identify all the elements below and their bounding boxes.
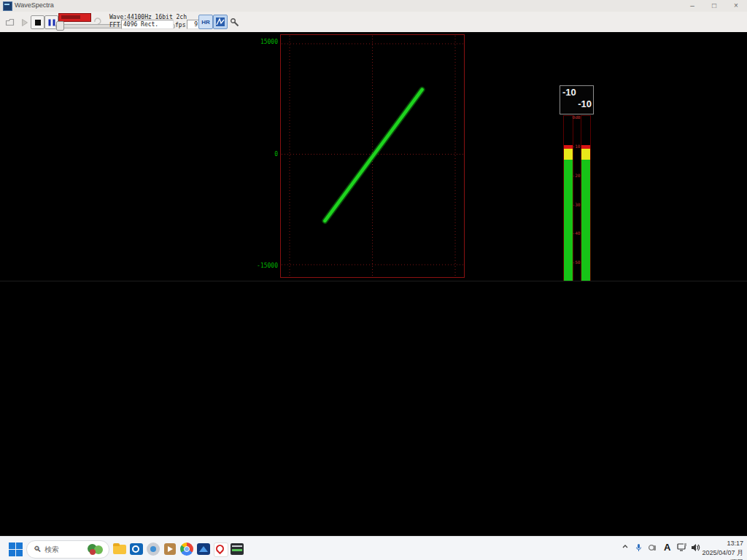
spectrum-display-toggle-button[interactable] — [213, 15, 228, 29]
start-button[interactable] — [7, 541, 23, 557]
scope-tick-15000: 15000 — [249, 39, 278, 45]
stop-button[interactable] — [31, 15, 44, 29]
meter-bar-right — [581, 115, 591, 292]
search-placeholder: 検索 — [44, 545, 59, 555]
taskbar-outlook-icon[interactable] — [128, 540, 145, 558]
taskbar-folder-icon[interactable] — [111, 540, 128, 558]
taskbar-wavespectra-icon[interactable] — [228, 540, 246, 558]
meter-tick-label: -40 — [572, 230, 581, 236]
windows-logo-icon — [9, 542, 15, 549]
fft-settings-field[interactable]: 4096 Rect. — [121, 20, 174, 29]
spectrum-icon — [215, 17, 225, 27]
search-highlight-image[interactable] — [86, 542, 107, 556]
search-box[interactable]: 🔍︎ 検索 — [26, 540, 109, 559]
peak-right-value: -10 — [578, 98, 592, 109]
maximize-button[interactable]: □ — [703, 0, 725, 12]
meter-tick-label: -10 — [572, 144, 581, 149]
meter-tick-label: 0dB — [572, 114, 581, 120]
wrench-icon — [230, 18, 240, 28]
level-meter: -10 -10 0dB-10-20-30-40-50 L R — [560, 85, 593, 304]
taskbar-photos-icon[interactable] — [195, 540, 212, 558]
toolbar: Wave:44100Hz 16bit 2ch FFT: 4096 Rect. f… — [0, 12, 747, 33]
open-file-button[interactable] — [3, 15, 17, 29]
hr-display-toggle-button[interactable]: HR — [198, 15, 213, 29]
desktop: WaveSpectra – □ × — [0, 0, 747, 560]
settings-button[interactable] — [228, 15, 241, 29]
play-button[interactable] — [18, 15, 31, 29]
spectrum-pane: 0dB-20-40-60-80-100-120201001k10k Max 99… — [0, 281, 747, 536]
taskbar-chrome-icon[interactable] — [178, 540, 196, 558]
meter-tick-label: -30 — [572, 202, 581, 207]
minimize-button[interactable]: – — [681, 0, 703, 12]
svg-text:HR: HR — [201, 19, 210, 26]
seek-slider-thumb[interactable] — [56, 21, 64, 31]
tray-time: 13:17 — [697, 539, 743, 548]
title-bar: WaveSpectra – □ × — [0, 0, 747, 12]
meter-tick-label: -20 — [572, 173, 581, 178]
close-button[interactable]: × — [725, 0, 747, 12]
scope-tick-0: 0 — [249, 151, 278, 158]
app-icon — [3, 1, 12, 11]
open-file-icon — [5, 18, 15, 27]
search-icon: 🔍︎ — [34, 545, 42, 553]
scope-pane: 15000 0 -15000 -10 -10 0dB-10-20-30-40-5… — [0, 32, 747, 281]
scope-tick-minus15000: -15000 — [249, 262, 278, 269]
window-title: WaveSpectra — [15, 1, 54, 9]
tray-date: 2025/04/07 月曜日 — [697, 548, 743, 560]
hr-icon: HR — [201, 17, 211, 27]
peak-readout-box: -10 -10 — [560, 85, 594, 114]
peak-left-value: -10 — [562, 87, 576, 98]
tray-clock[interactable]: 13:17 2025/04/07 月曜日 — [697, 539, 743, 560]
taskbar: 🔍︎ 検索 A 13:17 2025/04/07 月曜日 — [0, 536, 747, 560]
ime-mode-indicator[interactable]: A — [664, 542, 670, 553]
taskbar-media-player-icon[interactable] — [161, 540, 179, 558]
xy-scope-chart — [280, 34, 465, 278]
taskbar-acrobat-icon[interactable] — [212, 540, 229, 558]
stop-icon — [35, 20, 41, 26]
play-icon — [20, 18, 28, 26]
meter-tick-label: -50 — [572, 260, 581, 265]
taskbar-compass-icon[interactable] — [144, 540, 162, 558]
pause-icon — [48, 19, 55, 26]
